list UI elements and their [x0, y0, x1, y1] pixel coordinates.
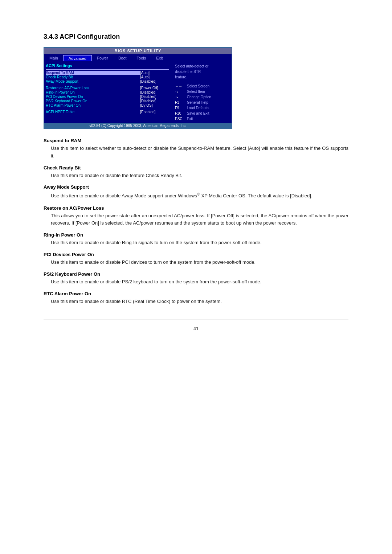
- heading-ps2-keyboard: PS/2 Keyboard Power On: [44, 271, 348, 277]
- text-rtc-alarm: Use this item to enable or disable RTC (…: [44, 298, 348, 305]
- heading-away-mode: Away Mode Support: [44, 184, 348, 190]
- bios-tab-main: Main: [44, 55, 63, 61]
- text-away-mode: Use this item to enable or disable Away …: [44, 191, 348, 200]
- desc-ps2-keyboard: PS/2 Keyboard Power On Use this item to …: [44, 271, 348, 286]
- heading-pci-devices: PCI Devices Power On: [44, 252, 348, 257]
- bios-tab-power: Power: [92, 55, 113, 61]
- desc-ac-power-loss: Restore on AC/Power Loss This allows you…: [44, 205, 348, 227]
- bios-label-rtc: RTC Alarm Power On: [46, 103, 140, 107]
- bios-row-suspend: Suspend To RAM [Auto]: [46, 71, 169, 75]
- bios-tab-exit: Exit: [151, 55, 168, 61]
- bios-title-bar: BIOS SETUP UTILITY: [44, 48, 232, 54]
- bios-right-panel: Select auto-detect or disable the STR fe…: [172, 63, 230, 122]
- bios-label-ac-power: Restore on AC/Power Loss: [46, 86, 140, 90]
- bios-row-rtc: RTC Alarm Power On [By OS]: [46, 103, 169, 107]
- bios-value-ps2: [Disabled]: [140, 99, 169, 103]
- page-number: 41: [44, 326, 348, 331]
- bios-tab-tools: Tools: [132, 55, 151, 61]
- bios-row-away-mode: Away Mode Support [Disabled]: [46, 79, 169, 83]
- bios-row-hpet: ACPI HPET Table [Enabled]: [46, 110, 169, 114]
- bios-value-check-ready: [Auto]: [140, 75, 169, 79]
- bios-value-hpet: [Enabled]: [140, 110, 169, 114]
- text-ac-power-loss: This allows you to set the power state a…: [44, 212, 348, 227]
- desc-ring-in: Ring-In Power On Use this item to enable…: [44, 232, 348, 247]
- bios-label-pci: PCI Devices Power On: [46, 95, 140, 99]
- bios-section-label: ACPI Settings: [46, 63, 169, 68]
- desc-pci-devices: PCI Devices Power On Use this item to en…: [44, 252, 348, 266]
- bottom-rule: [44, 320, 348, 320]
- bios-row-ac-power: Restore on AC/Power Loss [Power Off]: [46, 86, 169, 90]
- section-title: 3.4.3 ACPI Configuration: [44, 33, 348, 41]
- bios-footer: v02.54 (C) Copyright 1985-2003, American…: [44, 123, 232, 128]
- bios-tab-row: Main Advanced Power Boot Tools Exit: [44, 54, 232, 61]
- bios-row-pci: PCI Devices Power On [Disabled]: [46, 95, 169, 99]
- bios-left-panel: ACPI Settings Suspend To RAM [Auto] Chec…: [46, 63, 172, 122]
- bios-tab-advanced: Advanced: [63, 55, 92, 61]
- desc-suspend-to-ram: Suspend to RAM Use this item to select w…: [44, 138, 348, 160]
- bios-label-away-mode: Away Mode Support: [46, 79, 140, 83]
- bios-row-ps2: PS/2 Keyboard Power On [Disabled]: [46, 99, 169, 103]
- bios-value-ring-in: [Disabled]: [140, 90, 169, 94]
- bios-value-pci: [Disabled]: [140, 95, 169, 99]
- heading-rtc-alarm: RTC Alarm Power On: [44, 291, 348, 296]
- text-suspend-to-ram: Use this item to select whether to auto-…: [44, 145, 348, 160]
- desc-check-ready-bit: Check Ready Bit Use this item to enable …: [44, 165, 348, 180]
- bios-label-ring-in: Ring-In Power On: [46, 90, 140, 94]
- top-rule: [44, 22, 348, 22]
- bios-value-suspend: [Auto]: [140, 71, 169, 75]
- heading-suspend-to-ram: Suspend to RAM: [44, 138, 348, 143]
- heading-ac-power-loss: Restore on AC/Power Loss: [44, 205, 348, 211]
- text-ring-in: Use this item to enable or disable Ring-…: [44, 239, 348, 247]
- heading-check-ready-bit: Check Ready Bit: [44, 165, 348, 171]
- text-check-ready-bit: Use this item to enable or disable the f…: [44, 172, 348, 180]
- bios-label-check-ready: Check Ready Bit: [46, 75, 140, 79]
- bios-body: ACPI Settings Suspend To RAM [Auto] Chec…: [44, 61, 232, 123]
- desc-away-mode: Away Mode Support Use this item to enabl…: [44, 184, 348, 200]
- bios-keybinds: ←→ Select Screen ↑↓ Select Item +- Chang…: [175, 83, 230, 122]
- bios-label-suspend: Suspend To RAM: [46, 71, 140, 75]
- desc-rtc-alarm: RTC Alarm Power On Use this item to enab…: [44, 291, 348, 305]
- page-container: 3.4.3 ACPI Configuration BIOS SETUP UTIL…: [0, 0, 392, 554]
- bios-value-ac-power: [Power Off]: [140, 86, 169, 90]
- bios-divider-top: [46, 69, 169, 70]
- text-pci-devices: Use this item to enable or disable PCI d…: [44, 259, 348, 266]
- bios-row-check-ready: Check Ready Bit [Auto]: [46, 75, 169, 79]
- bios-screenshot: BIOS SETUP UTILITY Main Advanced Power B…: [44, 47, 232, 129]
- text-ps2-keyboard: Use this item to enable or disable PS/2 …: [44, 278, 348, 286]
- bios-tab-boot: Boot: [113, 55, 132, 61]
- heading-ring-in: Ring-In Power On: [44, 232, 348, 238]
- bios-value-away-mode: [Disabled]: [140, 79, 169, 83]
- bios-value-rtc: [By OS]: [140, 103, 169, 107]
- bios-help-text: Select auto-detect or disable the STR fe…: [175, 63, 230, 80]
- bios-row-ring-in: Ring-In Power On [Disabled]: [46, 90, 169, 94]
- bios-label-hpet: ACPI HPET Table: [46, 110, 140, 114]
- bios-label-ps2: PS/2 Keyboard Power On: [46, 99, 140, 103]
